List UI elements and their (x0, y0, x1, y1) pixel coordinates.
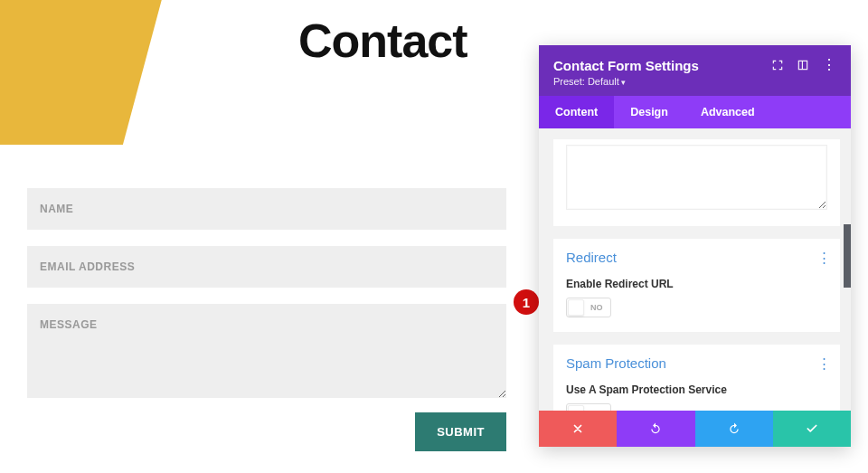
spam-toggle-value: NO (585, 409, 610, 411)
redirect-toggle-value: NO (585, 303, 610, 312)
contact-form: SUBMIT (27, 188, 506, 451)
section-more-icon[interactable]: ⋮ (817, 250, 831, 266)
tab-design[interactable]: Design (614, 96, 684, 128)
undo-button[interactable] (617, 411, 694, 447)
panel-title: Contact Form Settings (553, 58, 771, 73)
content-textarea[interactable] (566, 145, 827, 210)
section-spam-title: Spam Protection (566, 355, 827, 371)
redo-button[interactable] (695, 411, 773, 447)
section-spam: ⋮ Spam Protection Use A Spam Protection … (553, 345, 840, 411)
svg-rect-1 (802, 61, 803, 69)
name-field[interactable] (27, 188, 506, 230)
undo-icon (649, 422, 662, 435)
save-button[interactable] (773, 411, 851, 447)
section-more-icon[interactable]: ⋮ (817, 355, 831, 372)
section-textarea (553, 139, 840, 226)
panel-tabs: Content Design Advanced (539, 96, 851, 128)
redirect-toggle[interactable]: NO (566, 298, 611, 317)
more-icon[interactable]: ⋮ (822, 58, 836, 72)
scrollbar-thumb[interactable] (844, 224, 851, 288)
spam-toggle[interactable]: NO (566, 403, 611, 411)
toggle-knob (568, 299, 584, 316)
page-title: Contact (298, 14, 467, 68)
panel-action-bar (539, 411, 851, 447)
tab-content[interactable]: Content (539, 96, 614, 128)
chevron-down-icon (619, 76, 627, 87)
expand-icon[interactable] (771, 59, 784, 71)
drag-icon[interactable] (797, 59, 809, 71)
spam-field-label: Use A Spam Protection Service (566, 383, 827, 396)
panel-body[interactable]: ⋮ Redirect Enable Redirect URL NO ⋮ Spam… (539, 128, 851, 411)
section-redirect-title: Redirect (566, 250, 827, 265)
message-field[interactable] (27, 304, 506, 398)
submit-button[interactable]: SUBMIT (415, 412, 506, 451)
decorative-shape (0, 0, 166, 145)
annotation-badge-1: 1 (514, 289, 539, 315)
close-icon (571, 422, 584, 435)
settings-panel: Contact Form Settings Preset: Default ⋮ … (539, 45, 851, 447)
preset-selector[interactable]: Preset: Default (553, 76, 771, 87)
redirect-field-label: Enable Redirect URL (566, 278, 827, 290)
close-button[interactable] (539, 411, 617, 447)
email-field[interactable] (27, 246, 506, 288)
toggle-knob (568, 405, 584, 411)
check-icon (806, 422, 818, 435)
panel-header: Contact Form Settings Preset: Default ⋮ (539, 45, 851, 96)
preset-label: Preset: Default (553, 76, 619, 87)
tab-advanced[interactable]: Advanced (684, 96, 771, 128)
redo-icon (728, 422, 741, 435)
section-redirect: ⋮ Redirect Enable Redirect URL NO (553, 239, 840, 332)
